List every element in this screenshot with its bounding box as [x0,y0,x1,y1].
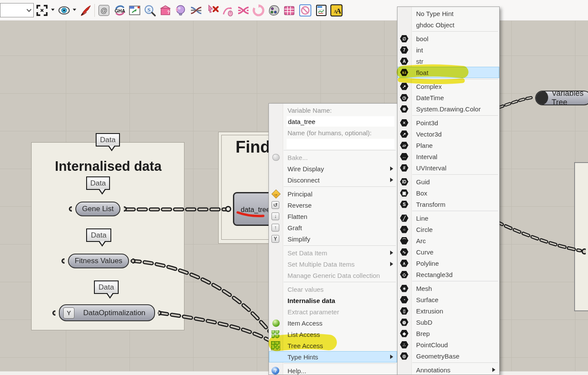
menu-separator [284,282,396,282]
menu-item-no-type-hint[interactable]: No Type Hint [397,8,499,19]
internalise-button[interactable]: @ [97,3,111,17]
menu-item-line[interactable]: ╱Line [397,212,499,224]
script-search-button[interactable]: S [143,3,157,17]
curve-icon: ∿ [400,248,408,256]
menu-item-brep[interactable]: ◆Brep [397,328,499,339]
toolbar-combobox[interactable] [0,3,34,17]
menu-item-rectangle3d[interactable]: ◇Rectangle3d [397,269,499,280]
menu-item-str[interactable]: Astr [397,55,499,67]
menu-item-interval[interactable]: ↔Interval [397,151,499,162]
menu-item-pointcloud[interactable]: ∴PointCloud [397,339,499,350]
menu-item-arc[interactable]: ⌒Arc [397,235,499,246]
menu-item-geometrybase[interactable]: ◎GeometryBase [397,350,499,362]
gha-button[interactable]: GHA [113,3,127,17]
menu-item-set-data-item[interactable]: Set Data Item [269,247,397,258]
data-tree-input-connector-icon[interactable] [225,206,231,212]
menu-item-complex[interactable]: ↗Complex [397,81,499,92]
menu-item-simplify[interactable]: YSimplify [269,233,397,245]
sketch-button[interactable] [79,3,93,17]
right-panel-group[interactable] [574,162,588,311]
menu-item-extract-parameter[interactable]: Extract parameter [269,306,397,317]
menu-item-manage-generic-data-collection[interactable]: Manage Generic Data collection [269,270,397,281]
menu-item-annotations[interactable]: Annotations [397,364,499,375]
geometrybase-icon: ◎ [400,352,408,360]
menu-item-bake[interactable]: Bake... [269,152,397,163]
menu-item-surface[interactable]: ◔Surface [397,294,499,305]
data-table-button[interactable] [282,3,296,17]
chevron-down-icon [26,7,31,12]
dropdown-caret-icon[interactable] [73,9,76,13]
menu-item-clear-values[interactable]: Clear values [269,284,397,295]
hidden-wires-button[interactable] [236,3,250,17]
menu-item-subd[interactable]: ◍SubD [397,316,499,328]
menu-item-point3d[interactable]: ×Point3d [397,117,499,128]
menu-item-bool[interactable]: ∅bool [397,33,499,44]
wire-display-button[interactable] [189,3,203,17]
menu-item-extrusion[interactable]: ▯Extrusion [397,305,499,316]
preview-button[interactable] [57,3,71,17]
menu-item-type-hints[interactable]: Type Hints [269,351,397,362]
menu-item-set-multiple-data-items[interactable]: Set Multiple Data Items [269,258,397,270]
menu-item-label: Bake... [288,154,308,161]
palette-button[interactable] [267,3,281,17]
menu-item-float[interactable]: 0.1float [397,67,499,78]
variables-tree-cap-icon [535,91,548,105]
menu-item-label: Tree Access [288,342,323,349]
menu-item-mesh[interactable]: ∗Mesh [397,283,499,294]
menu-item-label: Simplify [288,235,310,243]
menu-item-tree-access[interactable]: Tree Access [269,340,397,351]
menu-item-polyline[interactable]: ∧Polyline [397,258,499,269]
menu-item-wire-display[interactable]: Wire Display [269,163,397,174]
menu-item-circle[interactable]: ○Circle [397,224,499,235]
window-button[interactable] [128,3,142,17]
wires-icon [190,4,203,17]
menu-item-guid[interactable]: IDGuid [397,176,499,187]
dropdown-caret-icon[interactable] [51,9,55,13]
menu-item-help[interactable]: ?Help... [269,365,397,375]
menu-separator [412,211,498,211]
capsule-gene-list[interactable]: Gene List [75,202,120,216]
capsule-fitness-values[interactable]: Fitness Values [68,254,129,268]
cancel-button[interactable] [298,3,312,17]
polyline-icon: ∧ [400,260,408,267]
human-name-field[interactable] [287,139,394,149]
menu-item-disconnect[interactable]: Disconnect [269,174,397,186]
graft-icon: ↑ [271,224,279,232]
menu-item-ghdoc-object[interactable]: ghdoc Object [397,19,499,30]
redraw-button[interactable] [252,3,265,17]
report-button[interactable] [314,3,328,17]
variable-name-field[interactable]: data_tree [287,116,394,127]
package-button[interactable]: ? [158,3,172,17]
menu-item-graft[interactable]: ↑Graft [269,222,397,233]
menu-item-int[interactable]: 7int [397,44,499,55]
idea-button[interactable] [174,3,187,17]
menu-item-box[interactable]: ▣Box [397,187,499,199]
menu-item-label: Extract parameter [288,308,339,316]
menu-item-list-access[interactable]: List Access [269,329,397,340]
zoom-extents-button[interactable] [35,3,49,17]
capsule-variables-tree[interactable]: Variables Tree [535,91,588,105]
menu-item-uvinterval[interactable]: #UVInterval [397,162,499,173]
menu-item-datetime[interactable]: ◷DateTime [397,92,499,103]
menu-item-system-drawing-color[interactable]: ⊛System.Drawing.Color [397,103,499,114]
gha-icon: GHA [113,4,126,17]
eye-preview-icon [58,4,71,17]
context-menu: Variable Name:data_treeName (for humans,… [268,103,397,375]
menu-item-internalise-data[interactable]: Internalise data [269,295,397,306]
wire-edit-button[interactable] [221,3,235,17]
menu-item-plane[interactable]: ▱Plane [397,140,499,151]
report-icon [315,4,328,17]
capsule-data-optimalization[interactable]: Y DataOptimalization [59,304,155,321]
remove-button[interactable] [206,3,220,17]
menu-item-vector3d[interactable]: ↗Vector3d [397,128,499,140]
font-button[interactable]: AA [330,3,343,17]
menu-item-reverse[interactable]: ↺Reverse [269,199,397,211]
menu-item-principal[interactable]: Principal [269,188,397,199]
bulb-icon [174,4,187,17]
menu-item-label: Set Data Item [288,249,327,257]
menu-item-item-access[interactable]: Item Access [269,317,397,329]
menu-item-flatten[interactable]: ↓Flatten [269,211,397,222]
menu-item-curve[interactable]: ∿Curve [397,246,499,258]
menu-item-label: Manage Generic Data collection [288,272,380,279]
menu-item-transform[interactable]: STransform [397,199,499,210]
